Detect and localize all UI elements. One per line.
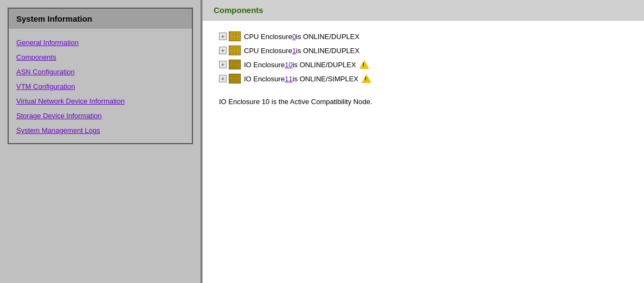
io-enclosure-11-suffix: is ONLINE/SIMPLEX [293, 75, 358, 83]
sidebar-item-storage-device-information[interactable]: Storage Device Information [16, 108, 184, 123]
io-enclosure-11-link[interactable]: 11 [285, 75, 292, 83]
sidebar-title: System Information [9, 9, 192, 29]
cpu-enclosure-icon [229, 46, 241, 55]
cpu-enclosure-icon [229, 31, 241, 41]
sidebar-item-vtm-configuration[interactable]: VTM Configuration [16, 79, 184, 94]
io-enclosure-icon [229, 60, 241, 69]
cpu-enclosure-0-suffix: is ONLINE/DUPLEX [296, 33, 359, 41]
expand-io-11-button[interactable]: + [219, 75, 227, 82]
content-area: + CPU Enclosure 0 is ONLINE/DUPLEX + [203, 21, 644, 117]
sidebar: System Information General Information C… [0, 0, 201, 283]
warning-icon [362, 74, 371, 83]
table-row: + CPU Enclosure 1 is ONLINE/DUPLEX [219, 43, 628, 57]
io-enclosure-icon [229, 74, 241, 83]
sidebar-item-general-information[interactable]: General Information [16, 35, 184, 50]
cpu-enclosure-0-link[interactable]: 0 [292, 33, 296, 41]
table-row: + CPU Enclosure 0 is ONLINE/DUPLEX [219, 29, 628, 43]
cpu-enclosure-0-prefix: CPU Enclosure [244, 33, 292, 41]
expand-cpu-0-button[interactable]: + [219, 33, 227, 40]
io-enclosure-10-suffix: is ONLINE/DUPLEX [293, 61, 356, 69]
table-row: + IO Enclosure 10 is ONLINE/DUPLEX [219, 57, 628, 72]
cpu-enclosure-1-link[interactable]: 1 [292, 47, 296, 55]
sidebar-box: System Information General Information C… [8, 8, 193, 144]
cpu-enclosure-1-suffix: is ONLINE/DUPLEX [296, 47, 359, 55]
sidebar-item-system-management-logs[interactable]: System Management Logs [16, 123, 184, 138]
expand-io-10-button[interactable]: + [219, 61, 227, 68]
table-row: + IO Enclosure 11 is ONLINE/SIMPLEX [219, 72, 628, 86]
expand-cpu-1-button[interactable]: + [219, 47, 227, 54]
section-header: Components [203, 0, 644, 21]
io-enclosure-11-prefix: IO Enclosure [244, 75, 285, 83]
sidebar-links: General Information Components ASN Confi… [9, 33, 192, 143]
cpu-enclosure-1-prefix: CPU Enclosure [244, 47, 292, 55]
warning-icon [359, 60, 369, 69]
main-content: Components + CPU Enclosure 0 is ONLINE/D… [203, 0, 644, 283]
sidebar-item-components[interactable]: Components [16, 50, 184, 65]
io-enclosure-10-prefix: IO Enclosure [244, 61, 285, 69]
sidebar-item-asn-configuration[interactable]: ASN Configuration [16, 65, 184, 79]
compatibility-note: IO Enclosure 10 is the Active Compatibil… [219, 95, 628, 108]
sidebar-item-virtual-network-device-information[interactable]: Virtual Network Device Information [16, 94, 184, 108]
io-enclosure-10-link[interactable]: 10 [285, 61, 292, 69]
